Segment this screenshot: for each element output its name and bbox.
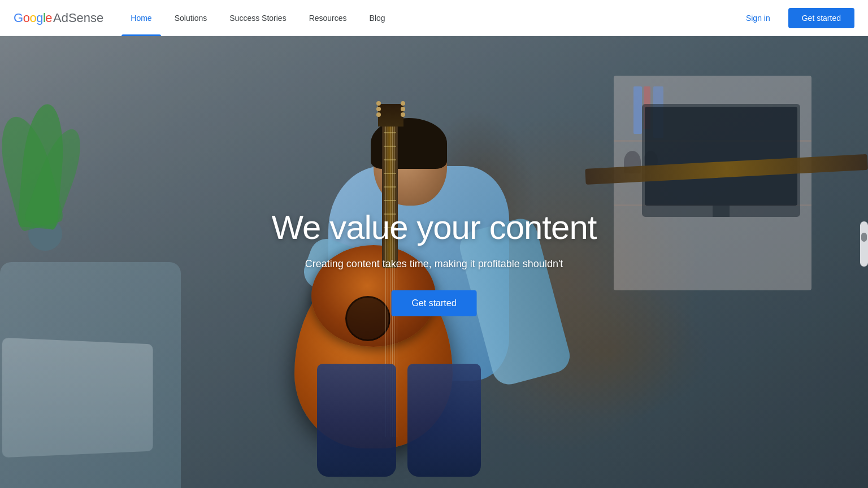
adsense-wordmark: AdSense: [53, 11, 103, 25]
navbar: Google AdSense Home Solutions Success St…: [0, 0, 868, 36]
nav-links: Home Solutions Success Stories Resources…: [121, 0, 737, 36]
nav-blog[interactable]: Blog: [361, 0, 394, 36]
sign-in-button[interactable]: Sign in: [737, 9, 779, 27]
scrollbar[interactable]: [860, 221, 868, 267]
hero-content: We value your content Creating content t…: [272, 208, 597, 316]
hero-subtitle: Creating content takes time, making it p…: [272, 258, 597, 270]
plant-decoration: [0, 81, 102, 251]
hero-title: We value your content: [272, 208, 597, 247]
nav-right: Sign in Get started: [737, 8, 854, 28]
nav-home[interactable]: Home: [121, 0, 160, 36]
google-wordmark: Google: [14, 11, 52, 25]
laptop-decoration: [2, 338, 153, 457]
get-started-nav-button[interactable]: Get started: [788, 8, 854, 28]
nav-success-stories[interactable]: Success Stories: [220, 0, 295, 36]
scroll-thumb: [861, 233, 867, 242]
hero-cta-button[interactable]: Get started: [391, 290, 476, 316]
nav-resources[interactable]: Resources: [300, 0, 356, 36]
nav-solutions[interactable]: Solutions: [166, 0, 216, 36]
hero-section: We value your content Creating content t…: [0, 36, 868, 488]
logo[interactable]: Google AdSense: [14, 11, 103, 25]
